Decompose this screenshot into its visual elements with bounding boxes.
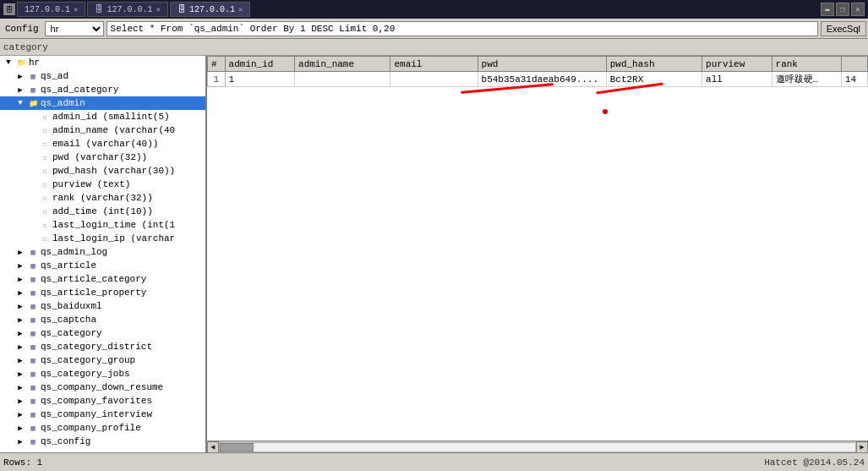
db-select[interactable]: hr xyxy=(45,21,104,36)
col-icon-purview: ☐ xyxy=(43,181,47,189)
col-icon-pwd: ☐ xyxy=(43,154,47,162)
tree-item-pwd[interactable]: ☐pwd (varchar(32)) xyxy=(0,151,205,164)
tree-item-qs_baiduxml[interactable]: ▶▦qs_baiduxml xyxy=(0,299,205,313)
tree-item-qs_category_group[interactable]: ▶▦qs_category_group xyxy=(0,353,205,367)
tree-expand-pwd xyxy=(27,152,37,162)
result-table: #admin_idadmin_nameemailpwdpwd_hashpurvi… xyxy=(207,56,868,87)
sql-input[interactable] xyxy=(106,21,818,36)
tree-item-admin_name[interactable]: ☐admin_name (varchar(40 xyxy=(0,123,205,137)
title-tab-3[interactable]: 🗄 127.0.0.1 ✕ xyxy=(170,2,250,17)
tree-label-qs_article_category: qs_article_category xyxy=(41,274,146,284)
exec-sql-button[interactable]: ExecSql xyxy=(821,21,866,36)
tree-item-qs_company_down_resume[interactable]: ▶▦qs_company_down_resume xyxy=(0,381,205,394)
col-icon-last_login_ip: ☐ xyxy=(43,235,47,243)
tree-expand-qs_company_down_resume: ▶ xyxy=(15,382,25,392)
title-tab-3-close[interactable]: ✕ xyxy=(238,5,243,14)
tree-item-hr[interactable]: ▼📁hr xyxy=(0,56,205,69)
tree-item-email[interactable]: ☐email (varchar(40)) xyxy=(0,137,205,151)
tree-item-qs_category[interactable]: ▶▦qs_category xyxy=(0,326,205,340)
title-tab-3-icon: 🗄 xyxy=(177,4,186,14)
tree-label-qs_article: qs_article xyxy=(41,260,96,271)
tree-label-qs_admin_log: qs_admin_log xyxy=(41,247,107,257)
cell-purview: all xyxy=(702,72,772,87)
app-icon: 🗄 xyxy=(3,3,15,15)
maximize-button[interactable]: ❐ xyxy=(836,3,849,16)
tree-expand-qs_company_profile: ▶ xyxy=(15,423,25,433)
col-header-extra[interactable] xyxy=(842,57,868,72)
tree-label-qs_baiduxml: qs_baiduxml xyxy=(41,301,102,311)
minimize-button[interactable]: ▬ xyxy=(821,3,834,16)
tree-label-qs_admin: qs_admin xyxy=(41,98,85,108)
tree-item-qs_ad[interactable]: ▶▦qs_ad xyxy=(0,69,205,83)
tree-item-qs_article_category[interactable]: ▶▦qs_article_category xyxy=(0,272,205,286)
tree-item-qs_config[interactable]: ▶▦qs_config xyxy=(0,435,205,448)
tree-item-qs_captcha[interactable]: ▶▦qs_captcha xyxy=(0,313,205,326)
horizontal-scrollbar[interactable]: ◀ ▶ xyxy=(207,441,868,452)
tree-label-qs_category_district: qs_category_district xyxy=(41,342,152,352)
tree-item-qs_article_property[interactable]: ▶▦qs_article_property xyxy=(0,286,205,299)
table-icon-qs_baiduxml: ▦ xyxy=(30,302,35,311)
tree-item-qs_company_profile[interactable]: ▶▦qs_company_profile xyxy=(0,421,205,435)
col-header-rownum[interactable]: # xyxy=(208,57,226,72)
status-right: Hatcet @2014.05.24 xyxy=(764,457,865,468)
window-controls: ▬ ❐ ✕ xyxy=(821,3,865,16)
tree-item-qs_article[interactable]: ▶▦qs_article xyxy=(0,259,205,272)
tree-label-email: email (varchar(40)) xyxy=(52,139,158,149)
title-tab-1-close[interactable]: ✕ xyxy=(74,5,78,14)
col-header-email[interactable]: email xyxy=(390,57,478,72)
col-header-rank[interactable]: rank xyxy=(772,57,841,72)
tree-label-pwd_hash: pwd_hash (varchar(30)) xyxy=(52,166,175,176)
sidebar-tree: ▼📁hr▶▦qs_ad▶▦qs_ad_category▼📁qs_admin☐ad… xyxy=(0,56,207,452)
tree-label-qs_company_interview: qs_company_interview xyxy=(41,409,152,419)
scroll-track[interactable] xyxy=(219,442,856,452)
tree-item-add_time[interactable]: ☐add_time (int(10)) xyxy=(0,205,205,218)
tree-label-admin_id: admin_id (smallint(5) xyxy=(52,112,170,122)
title-tab-2-icon: 🗄 xyxy=(95,4,103,14)
tree-item-purview[interactable]: ☐purview (text) xyxy=(0,178,205,191)
tree-item-qs_admin[interactable]: ▼📁qs_admin xyxy=(0,96,205,110)
tree-item-rank[interactable]: ☐rank (varchar(32)) xyxy=(0,191,205,205)
table-icon-qs_company_interview: ▦ xyxy=(30,410,35,419)
cell-rank: 邀呼跋硬… xyxy=(772,72,841,87)
tree-item-qs_ad_category[interactable]: ▶▦qs_ad_category xyxy=(0,83,205,96)
tree-expand-qs_article: ▶ xyxy=(15,260,25,271)
data-grid[interactable]: #admin_idadmin_nameemailpwdpwd_hashpurvi… xyxy=(207,56,868,441)
data-area: #admin_idadmin_nameemailpwdpwd_hashpurvi… xyxy=(207,56,868,452)
tree-item-qs_crons[interactable]: ▶▦qs_crons xyxy=(0,448,205,452)
col-header-pwd[interactable]: pwd xyxy=(478,57,606,72)
col-header-purview[interactable]: purview xyxy=(702,57,772,72)
title-tab-1[interactable]: 127.0.0.1 ✕ xyxy=(17,2,85,17)
col-icon-admin_name: ☐ xyxy=(43,127,47,134)
tree-item-qs_category_district[interactable]: ▶▦qs_category_district xyxy=(0,340,205,353)
col-header-admin_id[interactable]: admin_id xyxy=(225,57,294,72)
scroll-right-button[interactable]: ▶ xyxy=(856,441,868,453)
scroll-thumb[interactable] xyxy=(220,443,254,452)
tree-label-qs_company_favorites: qs_company_favorites xyxy=(41,396,152,406)
config-label: Config xyxy=(2,24,42,34)
tree-item-last_login_time[interactable]: ☐last_login_time (int(1 xyxy=(0,218,205,232)
tree-label-qs_category: qs_category xyxy=(41,328,102,338)
title-tab-2-close[interactable]: ✕ xyxy=(156,5,160,14)
col-icon-last_login_time: ☐ xyxy=(43,222,47,229)
table-icon-qs_crons: ▦ xyxy=(30,451,35,453)
tree-item-qs_company_interview[interactable]: ▶▦qs_company_interview xyxy=(0,408,205,421)
cell-rownum: 1 xyxy=(208,72,226,87)
tree-label-qs_category_jobs: qs_category_jobs xyxy=(41,369,130,379)
tree-item-qs_admin_log[interactable]: ▶▦qs_admin_log xyxy=(0,245,205,259)
tree-expand-qs_article_category: ▶ xyxy=(15,274,25,284)
tree-item-qs_company_favorites[interactable]: ▶▦qs_company_favorites xyxy=(0,394,205,408)
tree-item-last_login_ip[interactable]: ☐last_login_ip (varchar xyxy=(0,232,205,245)
tree-expand-qs_ad: ▶ xyxy=(15,71,25,81)
tree-expand-hr: ▼ xyxy=(3,58,14,68)
col-header-pwd_hash[interactable]: pwd_hash xyxy=(606,57,701,72)
table-icon-qs_admin_log: ▦ xyxy=(30,248,35,257)
tree-label-qs_ad: qs_ad xyxy=(41,71,68,81)
title-tab-2[interactable]: 🗄 127.0.0.1 ✕ xyxy=(87,2,167,17)
tree-item-pwd_hash[interactable]: ☐pwd_hash (varchar(30)) xyxy=(0,164,205,178)
close-button[interactable]: ✕ xyxy=(851,3,865,16)
tree-expand-qs_ad_category: ▶ xyxy=(15,85,25,95)
scroll-left-button[interactable]: ◀ xyxy=(207,441,219,453)
col-header-admin_name[interactable]: admin_name xyxy=(295,57,390,72)
tree-item-qs_category_jobs[interactable]: ▶▦qs_category_jobs xyxy=(0,367,205,381)
tree-item-admin_id[interactable]: ☐admin_id (smallint(5) xyxy=(0,110,205,123)
